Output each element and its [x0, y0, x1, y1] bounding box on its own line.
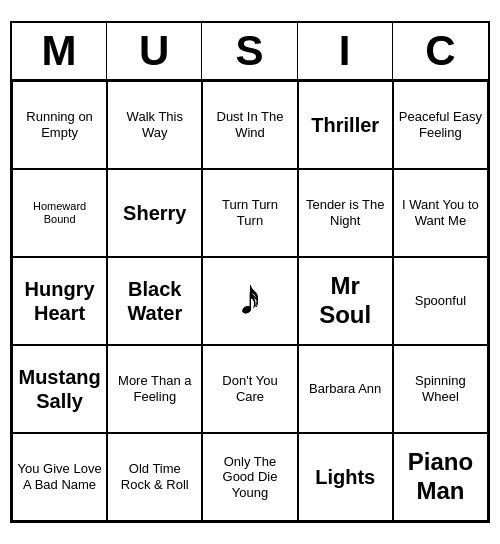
cell-text: Don't You Care: [207, 373, 292, 404]
cell-text: Dust In The Wind: [207, 109, 292, 140]
header-letter: C: [393, 23, 488, 79]
bingo-cell: Peaceful Easy Feeling: [393, 81, 488, 169]
bingo-cell: Thriller: [298, 81, 393, 169]
bingo-cell: Dust In The Wind: [202, 81, 297, 169]
bingo-cell: More Than a Feeling: [107, 345, 202, 433]
header-letter: U: [107, 23, 202, 79]
bingo-cell: Tender is The Night: [298, 169, 393, 257]
cell-text: Running on Empty: [17, 109, 102, 140]
cell-text: Tender is The Night: [303, 197, 388, 228]
cell-text: Spoonful: [415, 293, 466, 309]
bingo-cell: Black Water: [107, 257, 202, 345]
cell-text: Sherry: [123, 201, 186, 225]
cell-text: I Want You to Want Me: [398, 197, 483, 228]
cell-text: Peaceful Easy Feeling: [398, 109, 483, 140]
cell-text: Walk This Way: [112, 109, 197, 140]
header-letter: S: [202, 23, 297, 79]
header-letter: I: [298, 23, 393, 79]
bingo-cell: Homeward Bound: [12, 169, 107, 257]
cell-text: Homeward Bound: [17, 200, 102, 226]
cell-text: Mustang Sally: [17, 365, 102, 413]
cell-text: Black Water: [112, 277, 197, 325]
bingo-cell: Walk This Way: [107, 81, 202, 169]
cell-text: Turn Turn Turn: [207, 197, 292, 228]
cell-text: Spinning Wheel: [398, 373, 483, 404]
bingo-cell: Old Time Rock & Roll: [107, 433, 202, 521]
bingo-cell: You Give Love A Bad Name: [12, 433, 107, 521]
bingo-cell: Spinning Wheel: [393, 345, 488, 433]
cell-text: Thriller: [311, 113, 379, 137]
bingo-cell: Spoonful: [393, 257, 488, 345]
bingo-cell: Piano Man: [393, 433, 488, 521]
header-letter: M: [12, 23, 107, 79]
music-notes-icon: 𝅘𝅥𝅯𝅘𝅥𝅮♪: [241, 279, 259, 322]
bingo-cell: Hungry Heart: [12, 257, 107, 345]
cell-text: Mr Soul: [303, 272, 388, 330]
cell-text: Lights: [315, 465, 375, 489]
bingo-cell: I Want You to Want Me: [393, 169, 488, 257]
bingo-cell: 𝅘𝅥𝅯𝅘𝅥𝅮♪: [202, 257, 297, 345]
cell-text: You Give Love A Bad Name: [17, 461, 102, 492]
bingo-cell: Only The Good Die Young: [202, 433, 297, 521]
bingo-cell: Don't You Care: [202, 345, 297, 433]
bingo-grid: Running on EmptyWalk This WayDust In The…: [12, 81, 488, 521]
bingo-cell: Mustang Sally: [12, 345, 107, 433]
cell-text: Barbara Ann: [309, 381, 381, 397]
bingo-cell: Turn Turn Turn: [202, 169, 297, 257]
cell-text: More Than a Feeling: [112, 373, 197, 404]
bingo-cell: Mr Soul: [298, 257, 393, 345]
bingo-card: MUSIC Running on EmptyWalk This WayDust …: [10, 21, 490, 523]
cell-text: Piano Man: [398, 448, 483, 506]
cell-text: Hungry Heart: [17, 277, 102, 325]
bingo-cell: Sherry: [107, 169, 202, 257]
bingo-cell: Lights: [298, 433, 393, 521]
bingo-cell: Running on Empty: [12, 81, 107, 169]
cell-text: Old Time Rock & Roll: [112, 461, 197, 492]
cell-text: Only The Good Die Young: [207, 454, 292, 501]
bingo-cell: Barbara Ann: [298, 345, 393, 433]
bingo-header: MUSIC: [12, 23, 488, 81]
